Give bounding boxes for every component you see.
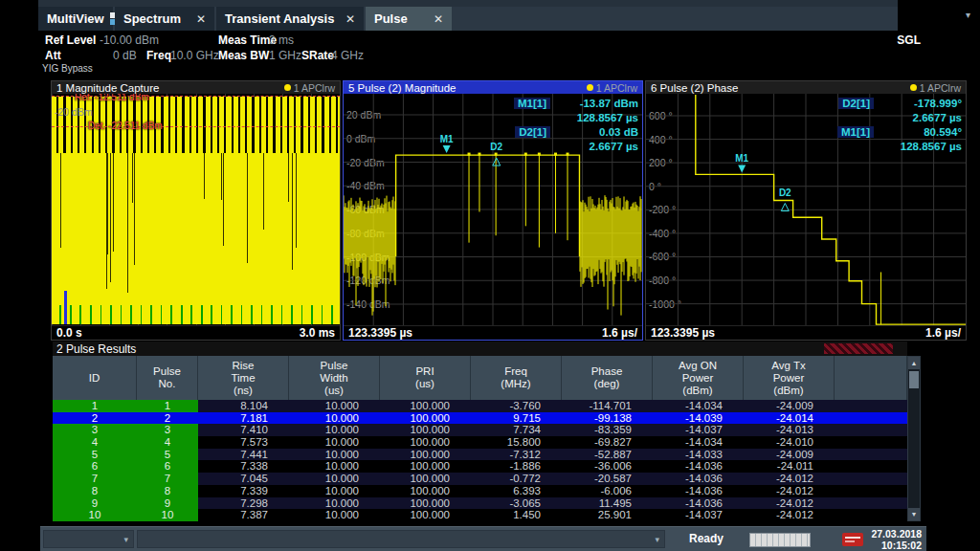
table-row[interactable]: 777.04510.000100.000-0.772-20.587-14.036… [53,473,907,485]
table-row[interactable]: 557.44110.000100.000-7.312-52.887-14.033… [53,449,907,461]
tab-label: Pulse [374,11,408,26]
value-cell: -14.036 [653,460,744,473]
column-header[interactable]: Phase(deg) [562,356,653,400]
column-header[interactable]: PulseWidth(us) [289,356,380,400]
column-header[interactable]: Freq(MHz) [471,356,562,400]
window-pulse-phase[interactable]: 6 Pulse (2) Phase 1 APClrw 600 °400 °200… [645,80,967,341]
results-table-titlebar[interactable]: 2 Pulse Results [53,342,907,356]
marker-value: -178.999° [880,98,962,109]
tab-pulse[interactable]: Pulse✕ [366,7,452,31]
tabbar-dropdown-icon[interactable]: ▾ [966,10,970,20]
signal-gap [263,153,264,230]
signal-gap [223,153,224,246]
scroll-down-icon[interactable]: ▼ [908,508,920,520]
meas-bw-label: Meas BW [218,49,269,62]
value-cell: -1.886 [471,460,562,473]
table-row[interactable]: 337.41010.000100.0007.734-83.359-14.037-… [53,424,907,436]
window-titlebar[interactable]: 5 Pulse (2) Magnitude 1 APClrw [344,81,642,94]
table-scrollbar[interactable]: ▲ ▼ [907,356,921,521]
status-message-dropdown[interactable]: ▾ [137,530,665,548]
value-cell: 7.338 [198,460,289,473]
scroll-up-icon[interactable]: ▲ [908,357,920,369]
table-row[interactable]: 667.33810.000100.000-1.886-36.006-14.036… [53,460,907,473]
value-cell: 10.000 [289,485,380,497]
top-strip [38,0,898,7]
marker-readout-row: 2.6677 µs [880,110,962,124]
x-axis-bar: 0.0 s 3.0 ms [52,325,340,340]
value-cell: -6.006 [562,485,653,497]
tab-spectrum[interactable]: Spectrum✕ [115,7,214,31]
close-icon[interactable]: ✕ [345,12,355,26]
value-cell: -99.138 [562,412,653,425]
column-header[interactable]: RiseTime(ns) [198,356,289,400]
column-header[interactable]: Avg ONPower(dBm) [653,356,744,400]
window-title: 1 Magnitude Capture [56,82,159,94]
value-cell: -24.014 [744,412,835,425]
results-table-header: IDPulseNo.RiseTime(ns)PulseWidth(us)PRI(… [53,356,907,400]
id-cell: 3 [53,424,137,436]
column-header[interactable]: PulseNo. [137,356,198,400]
column-header[interactable]: PRI(us) [380,356,471,400]
signal-gap [292,153,293,270]
yig-bypass-label: YIG Bypass [42,63,93,74]
pulse-no-cell: 8 [137,485,198,497]
tab-label: Transient Analysis [225,11,334,26]
id-cell: 6 [53,460,137,473]
value-cell: 10.000 [289,424,380,436]
signal-gap [247,153,248,263]
close-icon[interactable]: ✕ [434,12,443,26]
row-filler [835,412,907,425]
marker-name: D2[1] [838,98,874,109]
value-cell: 100.000 [380,436,471,449]
value-cell: -24.012 [744,473,835,485]
value-cell: 10.000 [289,473,380,485]
close-icon[interactable]: ✕ [196,12,206,26]
meas-time-label: Meas Time [218,33,277,47]
table-row[interactable]: 997.29810.000100.000-3.06511.495-14.036-… [53,497,907,510]
x-axis-bar: 123.3395 µs 1.6 µs/ [344,325,642,340]
att-label: Att [45,49,61,62]
id-cell: 10 [53,509,137,521]
table-row[interactable]: 118.10410.000100.000-3.760-114.701-14.03… [53,400,907,412]
table-row[interactable]: 227.18110.000100.0009.715-99.138-14.039-… [53,412,907,425]
value-cell: 10.000 [289,400,380,412]
signal-gap [113,153,114,252]
tab-multiview[interactable]: MultiView [38,7,113,31]
id-cell: 4 [53,436,137,449]
pulse-no-cell: 7 [137,473,198,485]
column-header-filler [835,356,907,400]
datetime-display: 27.03.2018 10:15:02 [855,528,922,551]
table-row[interactable]: 10107.38710.000100.0001.45025.901-14.037… [53,509,907,521]
window-title: 6 Pulse (2) Phase [651,82,738,94]
window-titlebar[interactable]: 6 Pulse (2) Phase 1 APClrw [646,81,966,94]
scrollbar-thumb[interactable] [909,371,919,388]
window-pulse-magnitude[interactable]: 5 Pulse (2) Magnitude 1 APClrw 20 dBm0 d… [343,80,643,341]
table-row[interactable]: 447.57310.000100.00015.800-69.827-14.034… [53,436,907,449]
svg-text:D2: D2 [490,142,502,152]
magnitude-capture-plot[interactable]: Ref. -12.511 dBm Det. -22.511 dBm -20 dB… [52,94,340,325]
pulse-no-cell: 2 [137,412,198,425]
status-bar: ▾ ▾ Ready 27.03.2018 10:15:02 [40,526,926,551]
table-row[interactable]: 887.33910.000100.0006.393-6.006-14.036-2… [53,485,907,497]
value-cell: 7.045 [198,473,289,485]
column-header[interactable]: Avg TxPower(dBm) [744,356,835,400]
value-cell: 10.000 [289,412,380,425]
status-dropdown-left[interactable]: ▾ [43,530,134,548]
signal-gap [134,153,135,265]
pulse-no-cell: 9 [137,497,198,510]
column-header[interactable]: ID [53,356,137,400]
tab-transient-analysis[interactable]: Transient Analysis✕ [216,7,364,31]
value-cell: -14.036 [653,485,744,497]
signal-gap [296,153,297,248]
trace1-dot-icon [284,84,291,91]
date-label: 27.03.2018 [855,528,922,540]
x-scale-label: 1.6 µs/ [602,326,637,340]
window-titlebar[interactable]: 1 Magnitude Capture 1 APClrw [52,81,340,94]
x-scale-label: 1.6 µs/ [925,326,961,340]
pulse-magnitude-plot[interactable]: 20 dBm0 dBm-20 dBm-40 dBm-60 dBm-80 dBm-… [344,94,642,325]
window-magnitude-capture[interactable]: 1 Magnitude Capture 1 APClrw Ref. -12.51… [51,80,341,341]
pulse-phase-plot[interactable]: 600 °400 °200 °0 °-200 °-400 °-600 °-800… [646,94,966,325]
value-cell: -114.701 [562,400,653,412]
value-cell: -36.006 [562,460,653,473]
tab-bar: MultiViewSpectrum✕Transient Analysis✕Pul… [38,7,898,31]
